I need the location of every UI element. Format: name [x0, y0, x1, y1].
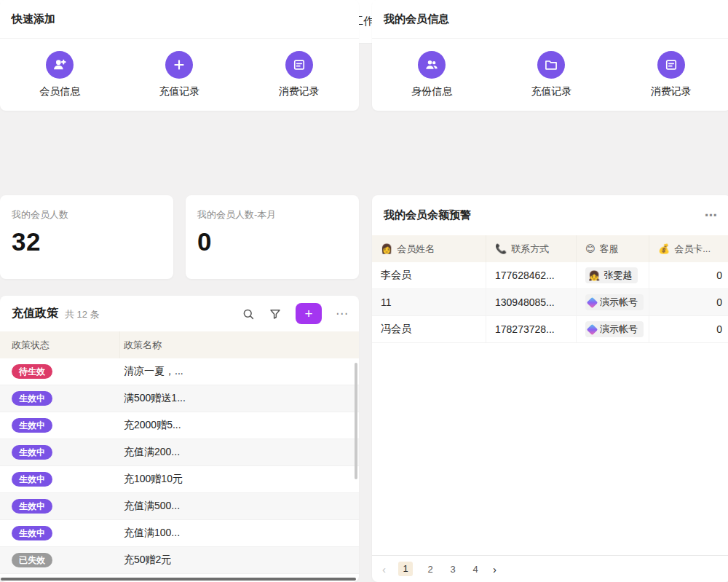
member-consume-record[interactable]: 消费记录: [651, 51, 692, 98]
agent-tag: 演示帐号: [585, 294, 644, 310]
page-1-button[interactable]: 1: [398, 562, 413, 576]
quick-item-label: 充值记录: [531, 85, 571, 98]
column-header-member-name: 👩 会员姓名: [372, 235, 486, 262]
agent-cell: 演示帐号: [577, 289, 649, 315]
balance-table-row[interactable]: 李会员 177628462... 👧 张雯越 0: [372, 262, 728, 289]
column-label: 客服: [600, 243, 619, 256]
stat-label: 我的会员人数-本月: [197, 208, 347, 221]
next-page-button[interactable]: ›: [493, 563, 496, 575]
demo-account-logo-icon: [587, 323, 598, 335]
policy-name: 清凉一夏，...: [120, 358, 359, 385]
receipt-icon: [285, 51, 313, 79]
agent-tag: 演示帐号: [585, 321, 644, 337]
table-footer-divider: [372, 555, 728, 556]
money-emoji-icon: 💰: [658, 243, 670, 254]
prev-page-button[interactable]: ‹: [382, 563, 386, 575]
policy-row[interactable]: 生效中 充值满100...: [0, 520, 359, 547]
member-add-icon: [46, 51, 74, 79]
more-options-button[interactable]: ⋯: [705, 209, 718, 221]
status-badge: 生效中: [12, 499, 52, 514]
member-info-card-header: 我的会员信息: [372, 0, 728, 39]
filter-icon: [269, 307, 282, 321]
stat-card-member-count: 我的会员人数 32: [0, 195, 173, 279]
recharge-policy-header: 充值政策 共 12 条 + ⋯: [0, 296, 359, 331]
page-3-button[interactable]: 3: [448, 564, 458, 575]
quick-add-member-info[interactable]: 会员信息: [39, 51, 80, 98]
card-title: 我的会员信息: [384, 12, 449, 26]
status-badge: 生效中: [12, 418, 52, 433]
stat-label: 我的会员人数: [12, 208, 162, 221]
policy-row[interactable]: 生效中 充值满500...: [0, 493, 359, 520]
quick-add-card: 快速添加 会员信息 充值记录 消费记录: [0, 0, 359, 111]
member-info-card: 我的会员信息 身份信息 充值记录 消费记录: [372, 0, 728, 111]
policy-row[interactable]: 生效中 充值满200...: [0, 439, 359, 466]
horizontal-scrollbar[interactable]: [1, 578, 356, 581]
search-icon: [242, 307, 255, 321]
quick-item-label: 消费记录: [279, 85, 320, 98]
agent-name: 演示帐号: [600, 296, 638, 309]
recharge-policy-card: 充值政策 共 12 条 + ⋯ 政策状态 政策名称 待生效 清凉一夏，... 生…: [0, 296, 359, 582]
policy-row[interactable]: 生效中 满500赠送1...: [0, 385, 359, 412]
contact-cell: 177628462...: [486, 262, 577, 288]
policy-name: 充100赠10元: [120, 466, 359, 492]
plus-icon: [165, 51, 193, 79]
balance-table-row[interactable]: 冯会员 178273728... 演示帐号 0: [372, 316, 728, 343]
column-label: 会员卡...: [674, 243, 711, 256]
more-options-button[interactable]: ⋯: [336, 307, 349, 320]
column-header-status: 政策状态: [0, 331, 120, 358]
filter-button[interactable]: [269, 307, 282, 321]
card-title: 我的会员余额预警: [384, 208, 471, 222]
balance-table-row[interactable]: 11 130948085... 演示帐号 0: [372, 289, 728, 316]
record-count: 共 12 条: [65, 308, 100, 321]
member-recharge-record[interactable]: 充值记录: [531, 51, 571, 98]
quick-add-card-header: 快速添加: [0, 0, 359, 39]
balance-alert-header: 我的会员余额预警 ⋯: [372, 195, 728, 235]
policy-name: 充值满100...: [120, 520, 359, 546]
member-name-cell: 11: [372, 289, 486, 315]
balance-cell: 0: [649, 289, 728, 315]
member-info-actions: 身份信息 充值记录 消费记录: [372, 39, 728, 110]
quick-add-recharge-record[interactable]: 充值记录: [159, 51, 199, 98]
quick-item-label: 身份信息: [411, 85, 452, 98]
quick-item-label: 会员信息: [39, 85, 80, 98]
search-button[interactable]: [242, 307, 255, 321]
policy-row[interactable]: 已失效 充50赠2元: [0, 547, 359, 574]
member-identity-info[interactable]: 身份信息: [411, 51, 452, 98]
smiley-emoji-icon: 😊: [585, 243, 596, 254]
policy-row[interactable]: 待生效 清凉一夏，...: [0, 358, 359, 385]
column-header-contact: 📞 联系方式: [486, 235, 577, 262]
policy-name: 充值满200...: [120, 439, 359, 465]
policy-name: 充2000赠5...: [120, 412, 359, 439]
policy-toolbar: + ⋯: [242, 303, 349, 324]
quick-add-consume-record[interactable]: 消费记录: [279, 51, 320, 98]
column-header-agent: 😊 客服: [577, 235, 649, 262]
policy-row[interactable]: 生效中 充100赠10元: [0, 466, 359, 493]
card-title: 充值政策: [12, 306, 58, 321]
vertical-scrollbar[interactable]: [355, 363, 357, 479]
pagination: ‹ 1 2 3 4 ›: [382, 562, 496, 576]
balance-cell: 0: [649, 262, 728, 288]
status-badge: 生效中: [12, 391, 52, 406]
status-badge: 生效中: [12, 526, 52, 540]
policy-row[interactable]: 生效中 充2000赠5...: [0, 412, 359, 439]
quick-add-actions: 会员信息 充值记录 消费记录: [0, 39, 359, 110]
add-policy-button[interactable]: +: [296, 303, 322, 324]
member-name-cell: 冯会员: [372, 316, 486, 342]
page-4-button[interactable]: 4: [470, 564, 480, 575]
contact-cell: 178273728...: [486, 316, 577, 342]
status-badge: 生效中: [12, 472, 52, 487]
policy-name: 充50赠2元: [120, 547, 359, 573]
card-title: 快速添加: [12, 12, 55, 26]
demo-account-logo-icon: [587, 296, 598, 308]
agent-tag: 👧 张雯越: [585, 267, 638, 283]
quick-item-label: 消费记录: [651, 85, 692, 98]
policy-name: 充值满500...: [120, 493, 359, 519]
stat-card-member-count-month: 我的会员人数-本月 0: [186, 195, 359, 279]
agent-cell: 演示帐号: [577, 316, 649, 342]
page-2-button[interactable]: 2: [425, 564, 435, 575]
agent-name: 张雯越: [604, 269, 632, 282]
status-badge: 待生效: [12, 364, 52, 379]
folder-icon: [537, 51, 565, 79]
policy-name: 满500赠送1...: [120, 385, 359, 412]
column-header-card-balance: 💰 会员卡...: [649, 235, 728, 262]
